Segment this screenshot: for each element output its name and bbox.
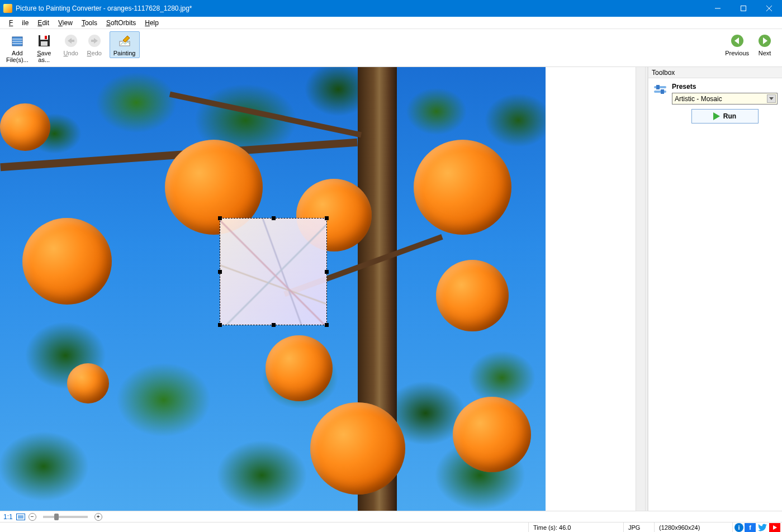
handle-bot-right[interactable]: [325, 323, 329, 327]
next-button[interactable]: Next: [753, 31, 776, 58]
zoom-in-button[interactable]: +: [94, 513, 102, 521]
window-controls: [705, 0, 782, 17]
app-icon: [3, 4, 12, 13]
save-as-button[interactable]: Saveas...: [32, 31, 56, 65]
run-label: Run: [723, 112, 736, 120]
status-dimensions: (1280x960x24): [655, 522, 733, 532]
status-bar: Time (s): 46.0 JPG (1280x960x24) i f: [0, 522, 782, 532]
status-format: JPG: [624, 522, 655, 532]
fit-to-screen-icon[interactable]: [16, 514, 25, 520]
menu-view[interactable]: View: [54, 18, 77, 28]
orange-1: [22, 218, 112, 305]
image-surface[interactable]: [0, 67, 546, 511]
facebook-icon[interactable]: f: [745, 523, 756, 532]
menu-help[interactable]: Help: [140, 18, 163, 28]
previous-icon: [729, 33, 745, 49]
preview-selection[interactable]: [220, 218, 327, 325]
minimize-button[interactable]: [705, 0, 731, 17]
redo-label: Redo: [87, 50, 102, 56]
menubar: File Edit View Tools SoftOrbits Help: [0, 17, 782, 29]
window-title: Picture to Painting Converter - oranges-…: [16, 4, 705, 12]
twitter-icon[interactable]: [757, 523, 768, 532]
handle-bot-left[interactable]: [218, 323, 222, 327]
toolbox-header: Toolbox: [648, 67, 782, 78]
undo-label: Undo: [64, 50, 78, 56]
next-icon: [757, 33, 772, 49]
add-files-icon: [10, 33, 25, 49]
zoom-slider[interactable]: [43, 516, 88, 518]
toolbar: AddFile(s)... Saveas... Undo Redo Painti…: [0, 29, 782, 67]
presets-label: Presets: [672, 83, 778, 91]
redo-icon: [87, 33, 102, 49]
orange-10: [67, 363, 109, 403]
painting-icon: [117, 33, 132, 49]
info-icon[interactable]: i: [734, 523, 743, 532]
run-button[interactable]: Run: [691, 109, 759, 124]
settings-icon[interactable]: [653, 83, 667, 124]
toolbox-panel: Toolbox Presets Artistic - Mosaic Run: [648, 67, 782, 511]
vertical-scrollbar[interactable]: [636, 67, 645, 511]
next-label: Next: [759, 50, 771, 56]
add-files-label: AddFile(s)...: [6, 50, 29, 63]
add-files-button[interactable]: AddFile(s)...: [2, 31, 32, 65]
orange-7: [310, 402, 405, 495]
handle-top-right[interactable]: [325, 216, 329, 220]
handle-bot-mid[interactable]: [272, 323, 276, 327]
save-as-label: Saveas...: [37, 50, 51, 63]
orange-4: [414, 140, 511, 235]
handle-mid-left[interactable]: [218, 270, 222, 274]
save-icon: [36, 33, 52, 49]
svg-rect-1: [741, 6, 746, 11]
redo-button[interactable]: Redo: [83, 31, 106, 58]
handle-mid-right[interactable]: [325, 270, 329, 274]
zoom-ratio[interactable]: 1:1: [3, 513, 13, 521]
run-arrow-icon: [713, 112, 720, 120]
zoom-bar: 1:1 − +: [0, 511, 782, 522]
handle-top-mid[interactable]: [272, 216, 276, 220]
menu-edit[interactable]: Edit: [33, 18, 54, 28]
workspace: Toolbox Presets Artistic - Mosaic Run: [0, 67, 782, 511]
painting-label: Painting: [113, 50, 136, 56]
zoom-out-button[interactable]: −: [29, 513, 36, 521]
menu-softorbits[interactable]: SoftOrbits: [102, 18, 140, 28]
chevron-down-icon: [767, 94, 776, 103]
youtube-icon[interactable]: [769, 523, 780, 532]
previous-label: Previous: [725, 50, 749, 56]
menu-tools[interactable]: Tools: [77, 18, 102, 28]
orange-9: [0, 103, 50, 151]
menu-file[interactable]: File: [4, 18, 33, 28]
close-button[interactable]: [756, 0, 782, 17]
handle-top-left[interactable]: [218, 216, 222, 220]
titlebar: Picture to Painting Converter - oranges-…: [0, 0, 782, 17]
orange-6: [266, 335, 333, 401]
canvas-area[interactable]: [0, 67, 636, 511]
orange-8: [453, 397, 531, 472]
previous-button[interactable]: Previous: [721, 31, 753, 58]
maximize-button[interactable]: [731, 0, 756, 17]
preset-selected-value: Artistic - Mosaic: [675, 95, 722, 103]
undo-icon: [63, 33, 79, 49]
preset-dropdown[interactable]: Artistic - Mosaic: [672, 93, 778, 104]
svg-rect-10: [45, 36, 47, 39]
undo-button[interactable]: Undo: [59, 31, 83, 58]
svg-rect-11: [41, 41, 48, 46]
status-time: Time (s): 46.0: [529, 522, 624, 532]
orange-5: [436, 260, 509, 331]
painting-button[interactable]: Painting: [110, 31, 140, 58]
